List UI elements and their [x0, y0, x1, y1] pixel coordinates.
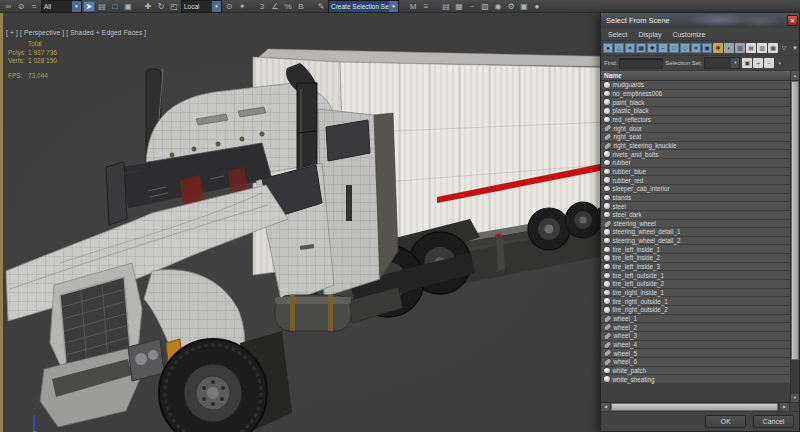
close-icon[interactable]: ✕: [787, 15, 798, 26]
select-by-name-icon[interactable]: ▤: [96, 1, 108, 12]
list-item[interactable]: wheel_5: [601, 349, 790, 358]
list-item[interactable]: rubber: [601, 159, 790, 168]
sync-selection-icon[interactable]: ▥: [735, 43, 745, 53]
menu-select[interactable]: Select: [608, 31, 627, 38]
layer-manager-icon[interactable]: ▤: [440, 1, 452, 12]
list-item[interactable]: wheel_1: [601, 315, 790, 324]
named-selection-sets-dropdown[interactable]: Create Selection Se▼: [328, 0, 399, 13]
edit-named-selection-sets-icon[interactable]: ✎: [315, 1, 327, 12]
expand-icon[interactable]: ▼: [777, 61, 781, 66]
display-xrefs-icon[interactable]: ◇: [680, 43, 690, 53]
select-and-link-icon[interactable]: ∞: [2, 1, 14, 12]
list-item[interactable]: wheel_6: [601, 358, 790, 367]
ok-button[interactable]: OK: [705, 415, 746, 428]
list-item[interactable]: wheel_2: [601, 323, 790, 332]
create-selection-set-icon[interactable]: ▣: [742, 58, 752, 68]
list-item[interactable]: mudguards: [601, 81, 790, 90]
unlink-selection-icon[interactable]: ⊘: [15, 1, 27, 12]
vertical-scrollbar[interactable]: ▼: [790, 81, 799, 402]
select-object-icon[interactable]: ➤: [83, 1, 95, 12]
chevron-down-icon[interactable]: ▼: [731, 58, 739, 68]
percent-snap-toggle-icon[interactable]: %: [282, 1, 294, 12]
selection-filter-dropdown[interactable]: All▼: [41, 0, 82, 13]
list-item[interactable]: right_seat: [601, 133, 790, 142]
chevron-down-icon[interactable]: ▼: [212, 1, 221, 12]
use-pivot-point-center-icon[interactable]: ⊙: [223, 1, 235, 12]
advanced-filter-icon[interactable]: ▼: [790, 43, 800, 53]
cancel-button[interactable]: Cancel: [753, 415, 794, 428]
horizontal-scroll-thumb[interactable]: [611, 403, 778, 411]
list-item[interactable]: tire_left_outside_1: [601, 271, 790, 280]
list-item[interactable]: tire_left_inside_1: [601, 245, 790, 254]
display-containers-icon[interactable]: ▣: [702, 43, 712, 53]
list-item[interactable]: right_door: [601, 124, 790, 133]
bind-to-space-warp-icon[interactable]: ≈: [28, 1, 40, 12]
select-and-rotate-icon[interactable]: ↻: [155, 1, 167, 12]
selection-set-dropdown[interactable]: ▼: [704, 57, 740, 69]
render-setup-icon[interactable]: ⚙: [505, 1, 517, 12]
spinner-snap-toggle-icon[interactable]: B: [295, 1, 307, 12]
list-item[interactable]: no_emptiness006: [601, 90, 790, 99]
list-item[interactable]: wheel_3: [601, 332, 790, 341]
vertical-scroll-thumb[interactable]: [791, 81, 799, 360]
display-hidden-objects-icon[interactable]: ◐: [724, 43, 734, 53]
display-frozen-objects-icon[interactable]: ✱: [713, 43, 723, 53]
select-none-icon[interactable]: ▥: [757, 43, 767, 53]
select-and-scale-icon[interactable]: ◰: [168, 1, 180, 12]
schematic-view-icon[interactable]: ▧: [479, 1, 491, 12]
graphite-modeling-tools-icon[interactable]: ▦: [453, 1, 465, 12]
scroll-right-icon[interactable]: ▶: [780, 403, 790, 411]
snaps-toggle-icon[interactable]: 3: [256, 1, 268, 12]
menu-customize[interactable]: Customize: [672, 31, 705, 38]
display-groups-icon[interactable]: □: [669, 43, 679, 53]
display-bones-icon[interactable]: #: [691, 43, 701, 53]
list-item[interactable]: rivets_and_bolts: [601, 150, 790, 159]
mirror-icon[interactable]: M: [407, 1, 419, 12]
dialog-title-bar[interactable]: Select From Scene ✕: [601, 13, 799, 28]
menu-display[interactable]: Display: [638, 31, 661, 38]
select-and-move-icon[interactable]: ✚: [142, 1, 154, 12]
subtract-from-selection-set-icon[interactable]: −: [764, 58, 774, 68]
find-input[interactable]: [619, 58, 663, 69]
scroll-down-icon[interactable]: ▼: [791, 394, 799, 402]
display-shapes-icon[interactable]: △: [614, 43, 624, 53]
scroll-left-icon[interactable]: ◀: [601, 403, 611, 411]
list-item[interactable]: sleeper_cab_interior: [601, 185, 790, 194]
display-cameras-icon[interactable]: ▦: [636, 43, 646, 53]
align-icon[interactable]: ≡: [420, 1, 432, 12]
list-item[interactable]: tire_left_inside_2: [601, 254, 790, 263]
chevron-down-icon[interactable]: ▼: [72, 1, 81, 12]
list-item[interactable]: rubber_blue: [601, 168, 790, 177]
list-item[interactable]: plastic_black: [601, 107, 790, 116]
list-item[interactable]: wheel_4: [601, 341, 790, 350]
list-item[interactable]: steering_wheel_detail_1: [601, 228, 790, 237]
reference-coordinate-system-dropdown[interactable]: Local▼: [181, 0, 222, 13]
list-item[interactable]: tire_right_inside_1: [601, 289, 790, 298]
name-column-header[interactable]: Name: [601, 72, 790, 79]
list-item[interactable]: stands: [601, 194, 790, 203]
list-item[interactable]: tire_left_outside_2: [601, 280, 790, 289]
chevron-down-icon[interactable]: ▼: [389, 1, 398, 12]
list-item[interactable]: tire_left_inside_3: [601, 263, 790, 272]
horizontal-scrollbar[interactable]: ◀ ▶: [601, 402, 799, 411]
list-item[interactable]: steering_wheel: [601, 220, 790, 229]
rectangular-selection-region-icon[interactable]: □: [109, 1, 121, 12]
window-crossing-icon[interactable]: ▣: [122, 1, 134, 12]
material-editor-icon[interactable]: ◉: [492, 1, 504, 12]
list-item[interactable]: red_reflectors: [601, 116, 790, 125]
list-item[interactable]: white_sheating: [601, 375, 790, 384]
list-item[interactable]: steel: [601, 202, 790, 211]
display-helpers-icon[interactable]: ✚: [647, 43, 657, 53]
list-item[interactable]: steel_dark: [601, 211, 790, 220]
select-invert-icon[interactable]: ▦: [768, 43, 778, 53]
list-item[interactable]: rubber_red: [601, 176, 790, 185]
scroll-up-icon[interactable]: ▲: [790, 71, 799, 80]
display-lights-icon[interactable]: ✶: [625, 43, 635, 53]
display-space-warps-icon[interactable]: ~: [658, 43, 668, 53]
render-production-icon[interactable]: ●: [531, 1, 543, 12]
rendered-frame-window-icon[interactable]: ▣: [518, 1, 530, 12]
add-to-selection-set-icon[interactable]: +: [753, 58, 763, 68]
filter-icon[interactable]: ▽: [779, 43, 789, 53]
list-item[interactable]: steering_wheel_detail_2: [601, 237, 790, 246]
select-and-manipulate-icon[interactable]: ✦: [236, 1, 248, 12]
